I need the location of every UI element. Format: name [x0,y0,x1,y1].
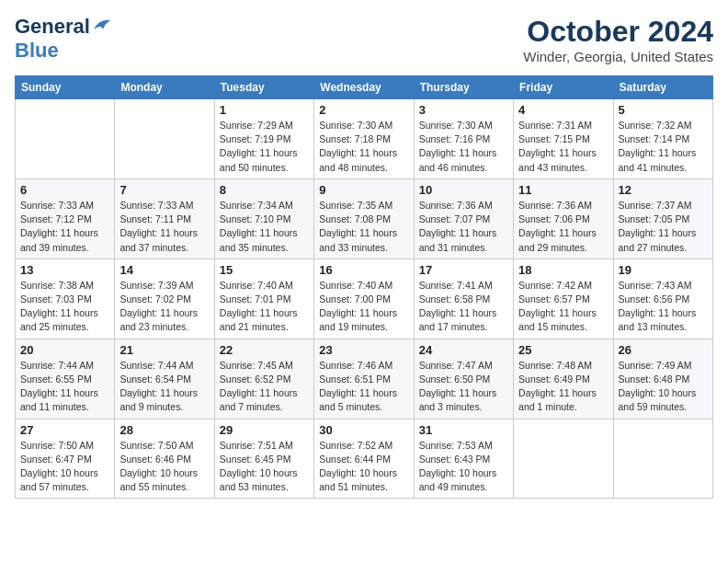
calendar-cell: 26Sunrise: 7:49 AMSunset: 6:48 PMDayligh… [613,339,712,419]
page-header: General Blue October 2024 Winder, Georgi… [15,15,713,64]
day-number: 7 [119,183,209,197]
day-info: Sunrise: 7:52 AMSunset: 6:44 PMDaylight:… [319,439,408,495]
day-number: 12 [619,183,708,197]
day-info: Sunrise: 7:46 AMSunset: 6:51 PMDaylight:… [319,359,408,415]
day-info: Sunrise: 7:33 AMSunset: 7:11 PMDaylight:… [119,199,209,255]
day-number: 21 [119,343,209,357]
calendar-cell: 16Sunrise: 7:40 AMSunset: 7:00 PMDayligh… [314,259,414,339]
day-info: Sunrise: 7:43 AMSunset: 6:56 PMDaylight:… [619,279,708,335]
day-info: Sunrise: 7:31 AMSunset: 7:15 PMDaylight:… [518,119,608,175]
calendar-cell [613,419,712,499]
day-number: 2 [319,103,408,117]
day-info: Sunrise: 7:35 AMSunset: 7:08 PMDaylight:… [319,199,408,255]
page-title: October 2024 [523,15,713,49]
calendar-cell: 27Sunrise: 7:50 AMSunset: 6:47 PMDayligh… [16,419,115,499]
calendar-cell [16,99,115,179]
day-number: 18 [518,263,608,277]
day-number: 9 [319,183,408,197]
calendar-cell: 19Sunrise: 7:43 AMSunset: 6:56 PMDayligh… [613,259,712,339]
day-info: Sunrise: 7:40 AMSunset: 7:01 PMDaylight:… [220,279,309,335]
day-info: Sunrise: 7:33 AMSunset: 7:12 PMDaylight:… [20,199,109,255]
calendar-cell: 14Sunrise: 7:39 AMSunset: 7:02 PMDayligh… [115,259,214,339]
calendar-cell: 29Sunrise: 7:51 AMSunset: 6:45 PMDayligh… [214,419,313,499]
logo-general: General [15,15,90,39]
day-info: Sunrise: 7:48 AMSunset: 6:49 PMDaylight:… [518,359,608,415]
day-info: Sunrise: 7:45 AMSunset: 6:52 PMDaylight:… [220,359,309,415]
col-monday: Monday [115,76,214,99]
calendar-cell: 23Sunrise: 7:46 AMSunset: 6:51 PMDayligh… [314,339,414,419]
calendar-cell: 6Sunrise: 7:33 AMSunset: 7:12 PMDaylight… [16,178,115,259]
day-number: 13 [20,263,109,277]
calendar-cell: 10Sunrise: 7:36 AMSunset: 7:07 PMDayligh… [414,178,513,259]
day-number: 30 [319,423,408,437]
logo-bird-icon [92,17,112,33]
calendar-cell: 8Sunrise: 7:34 AMSunset: 7:10 PMDaylight… [214,178,313,259]
day-number: 4 [518,103,608,117]
day-info: Sunrise: 7:38 AMSunset: 7:03 PMDaylight:… [20,279,109,335]
col-sunday: Sunday [16,76,115,99]
day-number: 27 [20,423,109,437]
calendar-cell: 5Sunrise: 7:32 AMSunset: 7:14 PMDaylight… [613,99,712,179]
calendar-cell: 30Sunrise: 7:52 AMSunset: 6:44 PMDayligh… [314,419,414,499]
day-number: 16 [319,263,408,277]
calendar-cell: 15Sunrise: 7:40 AMSunset: 7:01 PMDayligh… [214,259,313,339]
col-tuesday: Tuesday [214,76,313,99]
calendar-table: Sunday Monday Tuesday Wednesday Thursday… [15,75,713,499]
calendar-cell: 20Sunrise: 7:44 AMSunset: 6:55 PMDayligh… [16,339,115,419]
day-info: Sunrise: 7:29 AMSunset: 7:19 PMDaylight:… [220,119,309,175]
day-number: 15 [220,263,309,277]
page-subtitle: Winder, Georgia, United States [523,49,713,64]
logo-blue: Blue [15,39,59,62]
calendar-cell: 25Sunrise: 7:48 AMSunset: 6:49 PMDayligh… [514,339,613,419]
day-number: 6 [20,183,109,197]
calendar-week-row: 27Sunrise: 7:50 AMSunset: 6:47 PMDayligh… [16,419,713,499]
day-info: Sunrise: 7:50 AMSunset: 6:46 PMDaylight:… [119,439,209,495]
calendar-cell: 3Sunrise: 7:30 AMSunset: 7:16 PMDaylight… [414,99,513,179]
calendar-week-row: 13Sunrise: 7:38 AMSunset: 7:03 PMDayligh… [16,259,713,339]
day-info: Sunrise: 7:50 AMSunset: 6:47 PMDaylight:… [20,439,109,495]
day-number: 23 [319,343,408,357]
day-number: 22 [220,343,309,357]
day-info: Sunrise: 7:34 AMSunset: 7:10 PMDaylight:… [220,199,309,255]
day-number: 24 [419,343,508,357]
day-info: Sunrise: 7:47 AMSunset: 6:50 PMDaylight:… [419,359,508,415]
calendar-cell: 2Sunrise: 7:30 AMSunset: 7:18 PMDaylight… [314,99,414,179]
calendar-cell: 31Sunrise: 7:53 AMSunset: 6:43 PMDayligh… [414,419,513,499]
calendar-cell: 28Sunrise: 7:50 AMSunset: 6:46 PMDayligh… [115,419,214,499]
day-info: Sunrise: 7:44 AMSunset: 6:55 PMDaylight:… [20,359,109,415]
day-info: Sunrise: 7:32 AMSunset: 7:14 PMDaylight:… [619,119,708,175]
day-number: 28 [119,423,209,437]
col-thursday: Thursday [414,76,513,99]
day-number: 8 [220,183,309,197]
day-number: 1 [220,103,309,117]
calendar-cell: 11Sunrise: 7:36 AMSunset: 7:06 PMDayligh… [514,178,613,259]
calendar-cell: 7Sunrise: 7:33 AMSunset: 7:11 PMDaylight… [115,178,214,259]
day-info: Sunrise: 7:44 AMSunset: 6:54 PMDaylight:… [119,359,209,415]
calendar-cell: 1Sunrise: 7:29 AMSunset: 7:19 PMDaylight… [214,99,313,179]
day-info: Sunrise: 7:37 AMSunset: 7:05 PMDaylight:… [619,199,708,255]
day-number: 31 [419,423,508,437]
calendar-cell: 18Sunrise: 7:42 AMSunset: 6:57 PMDayligh… [514,259,613,339]
day-number: 25 [518,343,608,357]
day-info: Sunrise: 7:39 AMSunset: 7:02 PMDaylight:… [119,279,209,335]
day-number: 14 [119,263,209,277]
col-friday: Friday [514,76,613,99]
title-block: October 2024 Winder, Georgia, United Sta… [523,15,713,64]
day-number: 26 [619,343,708,357]
calendar-cell: 17Sunrise: 7:41 AMSunset: 6:58 PMDayligh… [414,259,513,339]
calendar-cell: 4Sunrise: 7:31 AMSunset: 7:15 PMDaylight… [514,99,613,179]
calendar-cell: 9Sunrise: 7:35 AMSunset: 7:08 PMDaylight… [314,178,414,259]
day-info: Sunrise: 7:42 AMSunset: 6:57 PMDaylight:… [518,279,608,335]
day-info: Sunrise: 7:53 AMSunset: 6:43 PMDaylight:… [419,439,508,495]
day-info: Sunrise: 7:30 AMSunset: 7:18 PMDaylight:… [319,119,408,175]
calendar-cell: 22Sunrise: 7:45 AMSunset: 6:52 PMDayligh… [214,339,313,419]
day-number: 20 [20,343,109,357]
day-info: Sunrise: 7:36 AMSunset: 7:07 PMDaylight:… [419,199,508,255]
day-info: Sunrise: 7:41 AMSunset: 6:58 PMDaylight:… [419,279,508,335]
day-info: Sunrise: 7:30 AMSunset: 7:16 PMDaylight:… [419,119,508,175]
calendar-cell: 13Sunrise: 7:38 AMSunset: 7:03 PMDayligh… [16,259,115,339]
calendar-week-row: 6Sunrise: 7:33 AMSunset: 7:12 PMDaylight… [16,178,713,259]
logo: General Blue [15,15,112,63]
col-saturday: Saturday [613,76,712,99]
calendar-cell [514,419,613,499]
